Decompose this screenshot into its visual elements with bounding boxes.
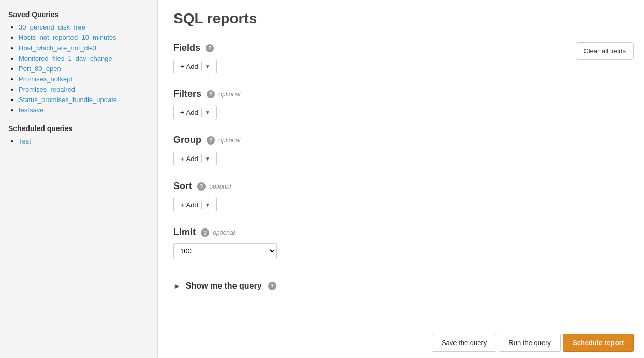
limit-badge: optional bbox=[211, 229, 235, 236]
saved-query-link[interactable]: Promises_notkept bbox=[19, 75, 72, 83]
dropdown-caret-icon: ▼ bbox=[205, 156, 210, 162]
group-section: Group? optional+ Add▼ bbox=[173, 135, 628, 166]
list-item: Hosts_not_reported_10_minutes bbox=[19, 33, 149, 41]
plus-icon: + bbox=[180, 155, 184, 163]
saved-query-link[interactable]: Monitored_files_1_day_change bbox=[19, 54, 112, 62]
saved-query-link[interactable]: Port_80_open bbox=[19, 65, 61, 73]
fields-header: Fields? bbox=[173, 42, 628, 53]
group-add-button[interactable]: + Add▼ bbox=[173, 151, 217, 166]
add-btn-divider bbox=[201, 62, 202, 70]
list-item: testsave bbox=[19, 106, 149, 114]
limit-help-icon: ? bbox=[201, 228, 209, 237]
show-query-row: ► Show me the query ? bbox=[173, 274, 628, 298]
list-item: Status_promises_bundle_update bbox=[19, 95, 149, 104]
sort-badge: optional bbox=[208, 183, 231, 190]
limit-header: Limit ? optional bbox=[173, 227, 628, 238]
fields-add-button[interactable]: + Add▼ bbox=[173, 59, 217, 74]
fields-title: Fields bbox=[173, 42, 200, 53]
scheduled-queries-title: Scheduled queries bbox=[8, 124, 149, 133]
schedule-report-button[interactable]: Schedule report bbox=[563, 334, 634, 352]
plus-icon: + bbox=[180, 201, 184, 209]
group-help-icon: ? bbox=[207, 136, 215, 145]
scheduled-query-link[interactable]: Test bbox=[19, 137, 31, 145]
main-content: SQL reports Clear all fields Fields?+ Ad… bbox=[158, 0, 644, 358]
footer: Save the query Run the query Schedule re… bbox=[158, 327, 644, 358]
list-item: Test bbox=[19, 137, 149, 145]
plus-icon: + bbox=[180, 109, 184, 117]
run-query-button[interactable]: Run the query bbox=[499, 334, 561, 352]
group-header: Group? optional bbox=[173, 135, 628, 146]
limit-select[interactable]: 1002505001000 bbox=[173, 243, 277, 259]
saved-query-link[interactable]: Status_promises_bundle_update bbox=[19, 96, 117, 104]
saved-query-link[interactable]: Hosts_not_reported_10_minutes bbox=[19, 34, 116, 41]
sidebar: Saved Queries 30_percend_disk_freeHosts_… bbox=[0, 0, 158, 358]
main-header: SQL reports bbox=[158, 0, 644, 37]
saved-query-link[interactable]: Promises_repaired bbox=[19, 85, 75, 93]
list-item: Promises_repaired bbox=[19, 85, 149, 93]
filters-title: Filters bbox=[173, 89, 201, 99]
show-query-chevron[interactable]: ► bbox=[173, 282, 181, 290]
save-query-button[interactable]: Save the query bbox=[432, 334, 496, 352]
filters-header: Filters? optional bbox=[173, 89, 628, 99]
add-btn-divider bbox=[201, 108, 202, 117]
add-btn-divider bbox=[201, 201, 202, 209]
sort-add-button[interactable]: + Add▼ bbox=[173, 197, 217, 212]
filters-help-icon: ? bbox=[207, 90, 215, 98]
filters-add-button[interactable]: + Add▼ bbox=[173, 105, 217, 120]
list-item: Host_which_are_not_cfe3 bbox=[19, 44, 149, 52]
fields-help-icon: ? bbox=[206, 44, 214, 52]
dropdown-caret-icon: ▼ bbox=[205, 202, 210, 208]
sort-header: Sort? optional bbox=[173, 181, 628, 192]
limit-title: Limit bbox=[173, 227, 196, 238]
saved-query-link[interactable]: testsave bbox=[19, 106, 43, 114]
saved-queries-list: 30_percend_disk_freeHosts_not_reported_1… bbox=[8, 23, 149, 114]
scheduled-queries-list: Test bbox=[8, 137, 149, 145]
list-item: Monitored_files_1_day_change bbox=[19, 54, 149, 62]
list-item: Promises_notkept bbox=[19, 75, 149, 83]
list-item: 30_percend_disk_free bbox=[19, 23, 149, 31]
filters-section: Filters? optional+ Add▼ bbox=[173, 89, 628, 120]
add-btn-divider bbox=[201, 154, 202, 163]
saved-query-link[interactable]: Host_which_are_not_cfe3 bbox=[19, 44, 96, 52]
sort-help-icon: ? bbox=[197, 182, 206, 191]
fields-section: Fields?+ Add▼ bbox=[173, 42, 628, 74]
list-item: Port_80_open bbox=[19, 64, 149, 73]
limit-section: Limit ? optional 1002505001000 bbox=[173, 227, 628, 259]
sort-section: Sort? optional+ Add▼ bbox=[173, 181, 628, 212]
saved-query-link[interactable]: 30_percend_disk_free bbox=[19, 23, 85, 31]
saved-queries-title: Saved Queries bbox=[8, 10, 149, 19]
show-query-label: Show me the query bbox=[186, 281, 262, 291]
group-title: Group bbox=[173, 135, 201, 146]
clear-all-fields-button[interactable]: Clear all fields bbox=[576, 42, 634, 60]
content-area: Clear all fields Fields?+ Add▼Filters? o… bbox=[158, 37, 644, 327]
sort-title: Sort bbox=[173, 181, 192, 192]
plus-icon: + bbox=[180, 63, 184, 70]
show-query-help-icon: ? bbox=[268, 282, 276, 290]
page-title: SQL reports bbox=[173, 10, 628, 27]
group-badge: optional bbox=[217, 137, 240, 144]
dropdown-caret-icon: ▼ bbox=[205, 64, 210, 69]
dropdown-caret-icon: ▼ bbox=[205, 110, 210, 116]
filters-badge: optional bbox=[217, 91, 240, 98]
sections-container: Fields?+ Add▼Filters? optional+ Add▼Grou… bbox=[173, 42, 628, 212]
